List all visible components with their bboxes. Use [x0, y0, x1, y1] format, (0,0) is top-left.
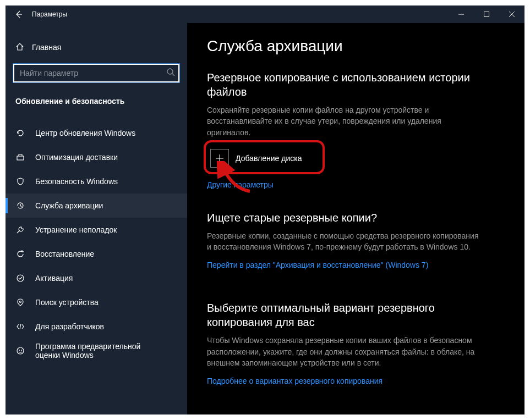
sidebar-item-label: Устранение неполадок — [35, 225, 117, 234]
sidebar-item-recovery[interactable]: Восстановление — [6, 242, 187, 266]
sidebar-item-label: Оптимизация доставки — [35, 153, 118, 162]
find-device-icon — [15, 298, 25, 307]
sidebar-item-troubleshoot[interactable]: Устранение неполадок — [6, 218, 187, 242]
svg-point-9 — [17, 347, 24, 354]
sidebar-item-find-device[interactable]: Поиск устройства — [6, 290, 187, 314]
settings-window: Параметры Главная — [6, 5, 524, 415]
sidebar-item-label: Программа предварительной оценки Windows — [35, 342, 167, 360]
optimal-backup-body: Чтобы Windows сохраняла резервные копии … — [207, 335, 482, 368]
sidebar-item-backup[interactable]: Служба архивации — [6, 194, 187, 218]
shield-icon — [15, 177, 25, 186]
plus-icon — [210, 149, 229, 168]
back-button[interactable] — [6, 5, 32, 23]
svg-rect-1 — [484, 12, 489, 17]
insider-icon — [15, 346, 25, 355]
sidebar-item-label: Для разработчиков — [35, 322, 104, 331]
troubleshoot-icon — [15, 225, 25, 234]
optimal-backup-title: Выберите оптимальный вариант резервного … — [207, 301, 482, 329]
add-disk-label: Добавление диска — [236, 154, 302, 163]
svg-rect-6 — [17, 156, 24, 160]
search-icon — [166, 68, 175, 79]
old-backups-section: Ищете старые резервные копии? Резервные … — [207, 211, 505, 270]
backup-icon — [15, 201, 25, 210]
sidebar-item-developers[interactable]: Для разработчиков — [6, 314, 187, 339]
sidebar-item-activation[interactable]: Активация — [6, 266, 187, 290]
close-button[interactable] — [499, 5, 524, 23]
sidebar-item-label: Поиск устройства — [35, 298, 99, 307]
sidebar-item-label: Активация — [35, 274, 73, 283]
svg-point-4 — [167, 69, 173, 74]
titlebar: Параметры — [6, 5, 524, 23]
add-disk-button[interactable]: Добавление диска — [207, 146, 317, 171]
sidebar-item-label: Безопасность Windows — [35, 177, 118, 186]
minimize-button[interactable] — [449, 5, 474, 23]
more-options-link[interactable]: Другие параметры — [207, 180, 274, 189]
sidebar-item-windows-update[interactable]: Центр обновления Windows — [6, 121, 187, 145]
refresh-icon — [15, 129, 25, 137]
old-backups-body: Резервные копии, созданные с помощью сре… — [207, 230, 482, 253]
activation-icon — [15, 274, 25, 283]
backup-options-link[interactable]: Подробнее о вариантах резервного копиров… — [207, 377, 383, 385]
old-backups-title: Ищете старые резервные копии? — [207, 211, 505, 225]
sidebar: Главная Обновление и безопасность Центр … — [6, 23, 187, 415]
window-controls — [449, 5, 524, 23]
svg-point-11 — [21, 350, 22, 351]
sidebar-item-label: Центр обновления Windows — [35, 129, 135, 137]
sidebar-item-windows-security[interactable]: Безопасность Windows — [6, 169, 187, 194]
optimal-backup-section: Выберите оптимальный вариант резервного … — [207, 301, 505, 386]
svg-point-8 — [20, 301, 21, 303]
delivery-icon — [15, 153, 25, 162]
file-history-section: Резервное копирование с использованием и… — [207, 70, 505, 190]
sidebar-home-label: Главная — [32, 43, 61, 52]
sidebar-home[interactable]: Главная — [6, 37, 187, 57]
recovery-icon — [15, 250, 25, 258]
minimize-icon — [458, 12, 464, 17]
svg-point-7 — [17, 275, 24, 281]
close-icon — [509, 12, 515, 17]
svg-line-5 — [172, 74, 174, 76]
home-icon — [15, 42, 24, 53]
sidebar-item-delivery-optimization[interactable]: Оптимизация доставки — [6, 145, 187, 169]
maximize-icon — [484, 12, 489, 17]
sidebar-nav-list: Центр обновления Windows Оптимизация дос… — [6, 121, 187, 363]
file-history-body: Сохраняйте резервные копии файлов на дру… — [207, 104, 482, 138]
search-container — [13, 64, 179, 82]
svg-point-10 — [19, 350, 20, 351]
window-title: Параметры — [32, 10, 67, 18]
content-area: Служба архивации Резервное копирование с… — [187, 23, 524, 415]
page-title: Служба архивации — [207, 37, 505, 55]
maximize-button[interactable] — [474, 5, 499, 23]
sidebar-item-label: Служба архивации — [35, 201, 103, 210]
sidebar-item-label: Восстановление — [35, 250, 94, 258]
win7-backup-link[interactable]: Перейти в раздел "Архивация и восстановл… — [207, 261, 428, 269]
sidebar-item-insider[interactable]: Программа предварительной оценки Windows — [6, 339, 187, 363]
developers-icon — [15, 322, 25, 331]
arrow-left-icon — [14, 10, 23, 19]
sidebar-section-header: Обновление и безопасность — [6, 82, 187, 113]
search-input[interactable] — [13, 64, 179, 82]
file-history-title: Резервное копирование с использованием и… — [207, 70, 471, 99]
